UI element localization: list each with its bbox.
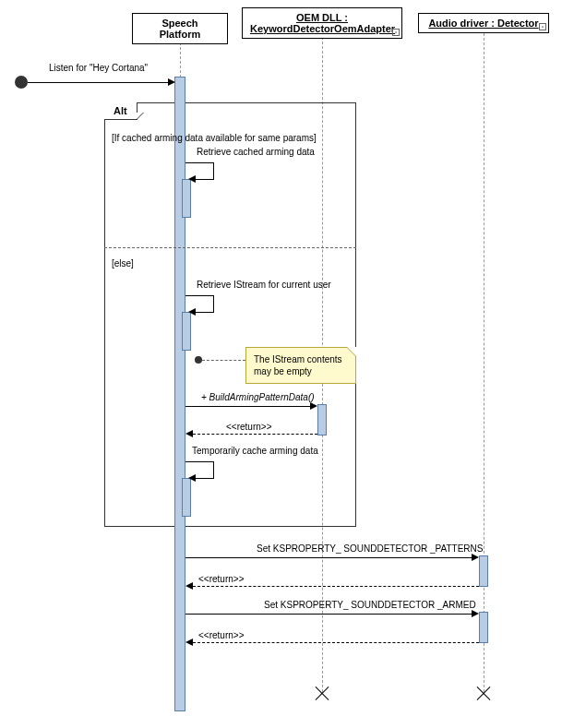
participant-oem-dll: OEM DLL : KeywordDetectorOemAdapter ▫ <box>242 7 402 39</box>
destroy-p2 <box>313 685 331 703</box>
msg-set-patterns-arrow <box>185 557 476 558</box>
msg-cache-top <box>185 461 213 462</box>
p3-label: Audio driver : Detector <box>428 18 538 29</box>
msg-return1-head <box>185 430 193 437</box>
note-text: The IStream contents may be empty <box>254 354 342 376</box>
msg-return2-label: <<return>> <box>198 574 244 584</box>
msg-cached-bot <box>194 179 214 180</box>
msg-cache-bot <box>194 478 214 479</box>
msg-cached-label: Retrieve cached arming data <box>197 147 315 157</box>
trigger-label: Listen for "Hey Cortana" <box>49 63 148 73</box>
guard-if: [If cached arming data available for sam… <box>112 133 317 143</box>
activation-istream <box>182 312 191 351</box>
msg-build-label: + BuildArmingPatternData() <box>201 392 315 402</box>
msg-return1-arrow <box>193 434 317 435</box>
p2-line2: KeywordDetectorOemAdapter <box>250 23 395 34</box>
activation-cache <box>182 478 191 517</box>
msg-istream-bot <box>194 312 214 313</box>
guard-else: [else] <box>112 258 134 269</box>
msg-set-armed-arrow <box>185 614 476 615</box>
msg-return2-head <box>185 582 193 590</box>
alt-divider <box>104 247 356 248</box>
activation-driver-patterns <box>479 555 488 587</box>
msg-istream-down <box>213 295 214 312</box>
msg-build-arrow <box>185 406 315 407</box>
destroy-p3 <box>474 685 493 703</box>
p1-label: Speech Platform <box>160 18 201 40</box>
msg-istream-head <box>188 308 196 316</box>
msg-return3-label: <<return>> <box>198 630 244 640</box>
participant-speech-platform: Speech Platform <box>132 13 228 44</box>
expand-icon: ▫ <box>539 23 546 30</box>
note-anchor-dot <box>195 356 202 364</box>
trigger-arrowhead <box>168 78 175 86</box>
expand-icon: ▫ <box>392 29 400 36</box>
msg-return1-label: <<return>> <box>226 422 271 432</box>
msg-return2-arrow <box>193 586 479 587</box>
msg-set-armed-label: Set KSPROPERTY_ SOUNDDETECTOR _ARMED <box>264 600 476 610</box>
msg-istream-label: Retrieve IStream for current user <box>197 280 331 290</box>
note-connector <box>202 360 245 361</box>
msg-set-armed-head <box>472 610 479 617</box>
note-box: The IStream contents may be empty <box>245 347 356 384</box>
activation-p1-main <box>174 77 185 711</box>
msg-cache-head <box>188 474 196 482</box>
p2-line1: OEM DLL : <box>296 12 348 23</box>
msg-cached-down <box>213 162 214 179</box>
alt-label: Alt <box>104 102 138 120</box>
lifeline-p3 <box>484 33 484 692</box>
participant-audio-driver: Audio driver : Detector ▫ <box>418 13 549 33</box>
msg-set-patterns-head <box>472 554 479 561</box>
msg-set-patterns-label: Set KSPROPERTY_ SOUNDDETECTOR _PATTERNS <box>257 543 483 554</box>
activation-driver-armed <box>479 612 488 643</box>
start-node <box>15 76 28 89</box>
activation-cached <box>182 179 191 218</box>
msg-return3-head <box>185 638 193 646</box>
msg-istream-top <box>185 295 213 296</box>
msg-return3-arrow <box>193 642 479 643</box>
trigger-arrow <box>28 82 173 83</box>
msg-build-head <box>310 402 317 410</box>
msg-cache-down <box>213 461 214 478</box>
alt-frame <box>104 102 356 527</box>
msg-cached-head <box>188 175 196 183</box>
msg-cached-top <box>185 162 213 163</box>
msg-cache-label: Temporarily cache arming data <box>192 446 318 456</box>
activation-oem-build <box>317 404 327 436</box>
